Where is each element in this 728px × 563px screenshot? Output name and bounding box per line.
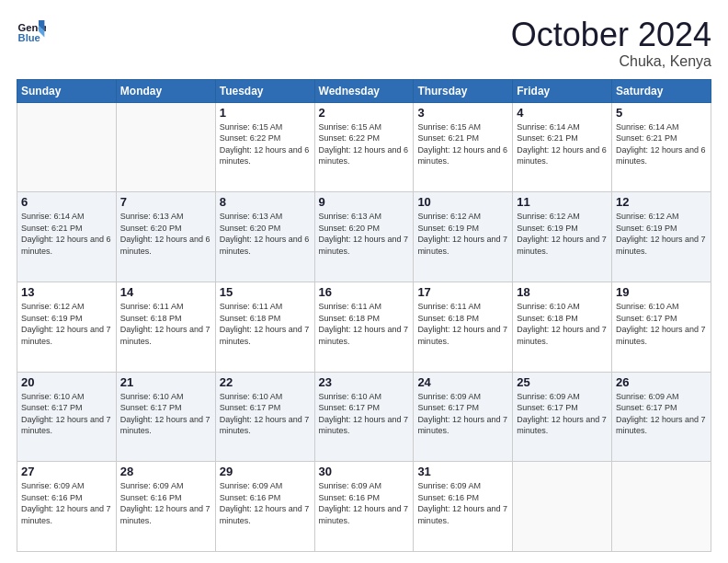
day-number: 22	[220, 375, 311, 389]
calendar-day: 6Sunrise: 6:14 AM Sunset: 6:21 PM Daylig…	[17, 192, 117, 282]
day-number: 9	[319, 195, 410, 209]
calendar-day	[513, 462, 612, 552]
calendar-day: 16Sunrise: 6:11 AM Sunset: 6:18 PM Dayli…	[314, 282, 414, 372]
calendar-day: 3Sunrise: 6:15 AM Sunset: 6:21 PM Daylig…	[414, 102, 513, 192]
calendar-day: 28Sunrise: 6:09 AM Sunset: 6:16 PM Dayli…	[116, 462, 215, 552]
calendar-table: Sunday Monday Tuesday Wednesday Thursday…	[17, 79, 711, 552]
day-info: Sunrise: 6:09 AM Sunset: 6:16 PM Dayligh…	[417, 480, 508, 526]
day-info: Sunrise: 6:13 AM Sunset: 6:20 PM Dayligh…	[220, 211, 311, 257]
calendar-day: 20Sunrise: 6:10 AM Sunset: 6:17 PM Dayli…	[17, 372, 117, 462]
col-saturday: Saturday	[612, 79, 711, 102]
day-info: Sunrise: 6:09 AM Sunset: 6:16 PM Dayligh…	[21, 480, 112, 526]
calendar-day: 24Sunrise: 6:09 AM Sunset: 6:17 PM Dayli…	[414, 372, 513, 462]
day-info: Sunrise: 6:10 AM Sunset: 6:17 PM Dayligh…	[220, 391, 311, 437]
location: Chuka, Kenya	[511, 53, 711, 70]
calendar-week-4: 20Sunrise: 6:10 AM Sunset: 6:17 PM Dayli…	[17, 372, 711, 462]
day-info: Sunrise: 6:09 AM Sunset: 6:16 PM Dayligh…	[120, 480, 211, 526]
calendar-day	[17, 102, 117, 192]
calendar-day: 7Sunrise: 6:13 AM Sunset: 6:20 PM Daylig…	[116, 192, 215, 282]
day-number: 28	[120, 465, 211, 478]
day-number: 26	[616, 375, 707, 389]
day-number: 3	[417, 106, 508, 120]
day-number: 15	[220, 285, 311, 299]
calendar-day: 23Sunrise: 6:10 AM Sunset: 6:17 PM Dayli…	[314, 372, 414, 462]
day-info: Sunrise: 6:12 AM Sunset: 6:19 PM Dayligh…	[616, 211, 707, 257]
day-number: 20	[21, 375, 112, 389]
col-wednesday: Wednesday	[314, 79, 414, 102]
calendar-week-5: 27Sunrise: 6:09 AM Sunset: 6:16 PM Dayli…	[17, 462, 711, 552]
day-number: 12	[616, 195, 707, 209]
col-tuesday: Tuesday	[215, 79, 314, 102]
day-number: 18	[517, 285, 608, 299]
day-info: Sunrise: 6:12 AM Sunset: 6:19 PM Dayligh…	[21, 301, 112, 347]
day-info: Sunrise: 6:10 AM Sunset: 6:17 PM Dayligh…	[616, 301, 707, 347]
day-info: Sunrise: 6:15 AM Sunset: 6:22 PM Dayligh…	[220, 121, 311, 167]
day-info: Sunrise: 6:11 AM Sunset: 6:18 PM Dayligh…	[220, 301, 311, 347]
day-info: Sunrise: 6:10 AM Sunset: 6:18 PM Dayligh…	[517, 301, 608, 347]
day-number: 27	[21, 465, 112, 478]
calendar-day: 1Sunrise: 6:15 AM Sunset: 6:22 PM Daylig…	[215, 102, 314, 192]
calendar-day: 30Sunrise: 6:09 AM Sunset: 6:16 PM Dayli…	[314, 462, 414, 552]
day-info: Sunrise: 6:09 AM Sunset: 6:16 PM Dayligh…	[220, 480, 311, 526]
day-number: 10	[417, 195, 508, 209]
day-number: 31	[417, 465, 508, 478]
day-number: 29	[220, 465, 311, 478]
calendar-week-1: 1Sunrise: 6:15 AM Sunset: 6:22 PM Daylig…	[17, 102, 711, 192]
day-number: 24	[417, 375, 508, 389]
col-monday: Monday	[116, 79, 215, 102]
calendar-day: 4Sunrise: 6:14 AM Sunset: 6:21 PM Daylig…	[513, 102, 612, 192]
day-number: 13	[21, 285, 112, 299]
day-number: 21	[120, 375, 211, 389]
day-info: Sunrise: 6:12 AM Sunset: 6:19 PM Dayligh…	[417, 211, 508, 257]
day-info: Sunrise: 6:11 AM Sunset: 6:18 PM Dayligh…	[120, 301, 211, 347]
calendar-day: 26Sunrise: 6:09 AM Sunset: 6:17 PM Dayli…	[612, 372, 711, 462]
calendar-day: 31Sunrise: 6:09 AM Sunset: 6:16 PM Dayli…	[414, 462, 513, 552]
calendar-header-row: Sunday Monday Tuesday Wednesday Thursday…	[17, 79, 711, 102]
calendar-day: 29Sunrise: 6:09 AM Sunset: 6:16 PM Dayli…	[215, 462, 314, 552]
svg-text:Blue: Blue	[18, 32, 40, 43]
day-number: 2	[319, 106, 410, 120]
col-friday: Friday	[513, 79, 612, 102]
calendar-day: 15Sunrise: 6:11 AM Sunset: 6:18 PM Dayli…	[215, 282, 314, 372]
logo: General Blue	[17, 17, 46, 46]
calendar-day: 9Sunrise: 6:13 AM Sunset: 6:20 PM Daylig…	[314, 192, 414, 282]
day-info: Sunrise: 6:09 AM Sunset: 6:17 PM Dayligh…	[517, 391, 608, 437]
calendar-day: 11Sunrise: 6:12 AM Sunset: 6:19 PM Dayli…	[513, 192, 612, 282]
day-info: Sunrise: 6:13 AM Sunset: 6:20 PM Dayligh…	[120, 211, 211, 257]
title-block: October 2024 Chuka, Kenya	[511, 17, 711, 70]
calendar-day	[116, 102, 215, 192]
calendar-day: 21Sunrise: 6:10 AM Sunset: 6:17 PM Dayli…	[116, 372, 215, 462]
day-number: 14	[120, 285, 211, 299]
calendar-day: 14Sunrise: 6:11 AM Sunset: 6:18 PM Dayli…	[116, 282, 215, 372]
day-number: 23	[319, 375, 410, 389]
day-info: Sunrise: 6:15 AM Sunset: 6:21 PM Dayligh…	[417, 121, 508, 167]
day-info: Sunrise: 6:09 AM Sunset: 6:17 PM Dayligh…	[616, 391, 707, 437]
day-number: 1	[220, 106, 311, 120]
col-sunday: Sunday	[17, 79, 117, 102]
day-info: Sunrise: 6:10 AM Sunset: 6:17 PM Dayligh…	[120, 391, 211, 437]
day-number: 25	[517, 375, 608, 389]
calendar-day: 22Sunrise: 6:10 AM Sunset: 6:17 PM Dayli…	[215, 372, 314, 462]
calendar-day: 12Sunrise: 6:12 AM Sunset: 6:19 PM Dayli…	[612, 192, 711, 282]
day-info: Sunrise: 6:10 AM Sunset: 6:17 PM Dayligh…	[21, 391, 112, 437]
day-info: Sunrise: 6:10 AM Sunset: 6:17 PM Dayligh…	[319, 391, 410, 437]
logo-icon: General Blue	[17, 17, 46, 46]
calendar-day: 13Sunrise: 6:12 AM Sunset: 6:19 PM Dayli…	[17, 282, 117, 372]
calendar-day: 2Sunrise: 6:15 AM Sunset: 6:22 PM Daylig…	[314, 102, 414, 192]
calendar-week-3: 13Sunrise: 6:12 AM Sunset: 6:19 PM Dayli…	[17, 282, 711, 372]
day-info: Sunrise: 6:12 AM Sunset: 6:19 PM Dayligh…	[517, 211, 608, 257]
calendar-day: 8Sunrise: 6:13 AM Sunset: 6:20 PM Daylig…	[215, 192, 314, 282]
day-number: 19	[616, 285, 707, 299]
day-info: Sunrise: 6:14 AM Sunset: 6:21 PM Dayligh…	[21, 211, 112, 257]
col-thursday: Thursday	[414, 79, 513, 102]
day-info: Sunrise: 6:09 AM Sunset: 6:16 PM Dayligh…	[319, 480, 410, 526]
calendar-day: 25Sunrise: 6:09 AM Sunset: 6:17 PM Dayli…	[513, 372, 612, 462]
calendar-day: 5Sunrise: 6:14 AM Sunset: 6:21 PM Daylig…	[612, 102, 711, 192]
day-number: 8	[220, 195, 311, 209]
day-info: Sunrise: 6:11 AM Sunset: 6:18 PM Dayligh…	[319, 301, 410, 347]
page-header: General Blue October 2024 Chuka, Kenya	[17, 17, 711, 70]
day-number: 6	[21, 195, 112, 209]
calendar-day: 27Sunrise: 6:09 AM Sunset: 6:16 PM Dayli…	[17, 462, 117, 552]
day-number: 4	[517, 106, 608, 120]
day-info: Sunrise: 6:14 AM Sunset: 6:21 PM Dayligh…	[517, 121, 608, 167]
